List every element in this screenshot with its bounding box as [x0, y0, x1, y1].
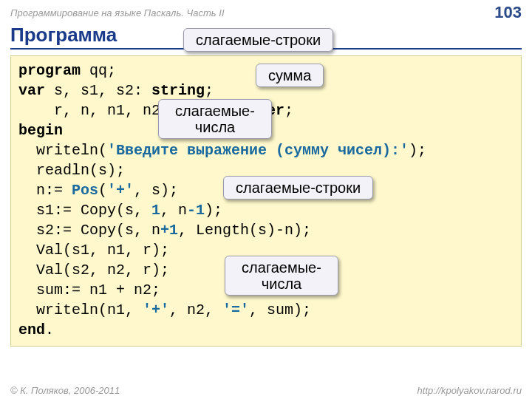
code-text: );: [409, 142, 426, 159]
code-text: , s);: [134, 182, 178, 199]
code-text: );: [205, 202, 222, 219]
code-num: -1: [187, 202, 205, 219]
code-kw: var: [18, 82, 45, 99]
footer-copyright: © К. Поляков, 2006-2011: [10, 385, 120, 396]
footer: © К. Поляков, 2006-2011 http://kpolyakov…: [0, 385, 532, 396]
code-text: n:=: [18, 182, 72, 199]
code-text: .: [45, 321, 54, 338]
code-text: ;: [284, 102, 293, 119]
code-kw: begin: [18, 122, 63, 139]
code-text: , n: [160, 202, 187, 219]
code-string: '+': [107, 182, 134, 199]
code-kw: end: [18, 321, 45, 338]
code-text: Val(s1, n1, r);: [18, 242, 169, 259]
callout-addend-strings-mid: слагаемые-строки: [223, 176, 373, 200]
code-num: +1: [160, 222, 178, 239]
code-text: s1:= Copy(s,: [18, 202, 151, 219]
code-text: writeln(n1,: [18, 301, 143, 318]
code-text: readln(s);: [18, 162, 125, 179]
code-text: qq;: [81, 62, 116, 79]
code-text: writeln(: [18, 142, 107, 159]
code-text: s, s1, s2:: [45, 82, 151, 99]
code-string: '+': [143, 301, 169, 318]
footer-url: http://kpolyakov.narod.ru: [417, 385, 522, 396]
code-num: 1: [151, 202, 160, 219]
code-string: '=': [222, 301, 249, 318]
code-text: Val(s2, n2, r);: [18, 262, 169, 279]
code-text: s2:= Copy(s, n: [18, 222, 160, 239]
code-text: sum:= n1 + n2;: [18, 282, 160, 299]
code-text: , n2,: [169, 301, 222, 318]
callout-addend-strings-top: слагаемые-строки: [183, 28, 333, 52]
page-number: 103: [494, 3, 522, 22]
header: Программирование на языке Паскаль. Часть…: [0, 0, 532, 24]
callout-addend-numbers-mid: слагаемые-числа: [225, 256, 338, 296]
code-kw: program: [18, 62, 81, 79]
code-text: (: [98, 182, 107, 199]
code-text: ;: [205, 82, 214, 99]
code-text: , Length(s)-n);: [178, 222, 311, 239]
code-func: Pos: [72, 182, 98, 199]
code-kw: string: [151, 82, 205, 99]
callout-sum: сумма: [256, 64, 324, 87]
code-text: , sum);: [249, 301, 311, 318]
header-subject: Программирование на языке Паскаль. Часть…: [10, 7, 225, 18]
callout-addend-numbers-top: слагаемые-числа: [158, 99, 272, 139]
code-string: 'Введите выражение (сумму чисел):': [107, 142, 409, 159]
